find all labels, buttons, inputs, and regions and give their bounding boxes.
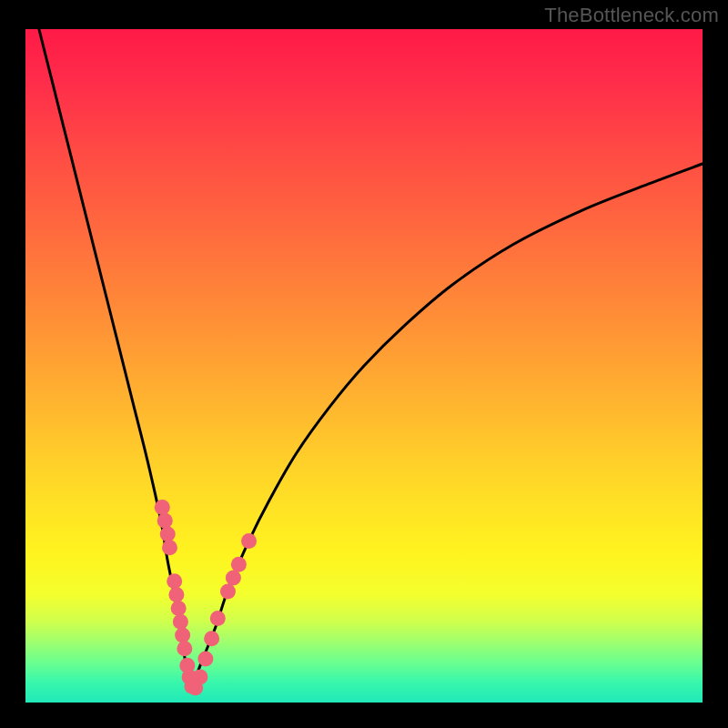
marker-dot (220, 583, 236, 599)
watermark-text: TheBottleneck.com (544, 4, 719, 27)
marker-dot (177, 641, 192, 656)
marker-dot (167, 573, 182, 589)
marker-dot (192, 669, 207, 684)
marker-dot (162, 540, 177, 555)
marker-dot (157, 513, 173, 529)
marker-dot (231, 557, 247, 572)
curve-svg (25, 29, 703, 703)
marker-dot (210, 611, 226, 626)
marker-dot (171, 601, 187, 616)
marker-dot (155, 500, 170, 515)
marker-dot (204, 631, 219, 646)
marker-dot (160, 527, 176, 542)
marker-dots (155, 500, 257, 695)
plot-area (25, 29, 703, 703)
marker-dot (197, 651, 213, 666)
left-branch-curve (39, 29, 191, 689)
marker-dot (241, 533, 257, 549)
marker-dot (173, 614, 188, 630)
right-branch-curve (191, 164, 703, 689)
outer-frame: TheBottleneck.com (0, 0, 728, 728)
marker-dot (175, 628, 190, 643)
marker-dot (226, 571, 241, 586)
marker-dot (168, 587, 184, 602)
